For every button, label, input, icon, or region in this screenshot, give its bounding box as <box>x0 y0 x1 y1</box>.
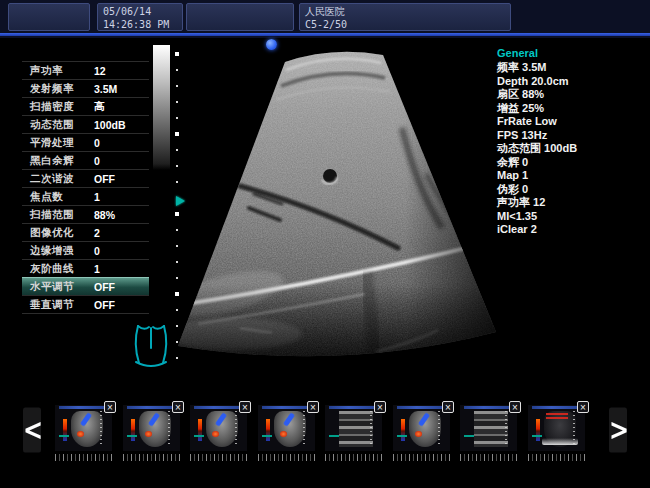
thumb-header-bar <box>194 406 243 409</box>
topbar-box-empty-1 <box>8 3 90 31</box>
info-framerate: FrRate Low <box>497 115 647 129</box>
param-value: 1 <box>94 263 100 275</box>
param-row-scan-density[interactable]: 扫描密度 高 <box>22 98 149 116</box>
param-row-smoothing[interactable]: 平滑处理 0 <box>22 134 149 152</box>
param-row-harmonics[interactable]: 二次谐波 OFF <box>22 170 149 188</box>
param-row-vertical-adjust[interactable]: 垂直调节 OFF <box>22 296 149 314</box>
top-bar: 05/06/14 14:26:38 PM 人民医院 C5-2/50 <box>0 0 650 38</box>
thumb-header-bar <box>329 406 378 409</box>
scroll-right-button[interactable]: > <box>609 408 627 453</box>
thumb-focus-tick <box>329 435 339 437</box>
thumb-doppler-red <box>212 431 219 437</box>
close-thumbnail-button[interactable]: × <box>577 401 589 413</box>
param-row-image-optimize[interactable]: 图像优化 2 <box>22 224 149 242</box>
param-row-scan-range[interactable]: 扫描范围 88% <box>22 206 149 224</box>
thumbnail-7[interactable]: × <box>460 405 517 451</box>
info-frequency: 频率 3.5M <box>497 61 647 75</box>
thumb-annotation <box>546 413 568 421</box>
param-row-edge-enhance[interactable]: 边缘增强 0 <box>22 242 149 260</box>
param-label: 二次谐波 <box>30 172 94 186</box>
close-thumbnail-button[interactable]: × <box>239 401 251 413</box>
image-info-panel: General 频率 3.5M Depth 20.0cm 扇区 88% 增益 2… <box>497 47 647 237</box>
param-value: 12 <box>94 65 106 77</box>
info-depth: Depth 20.0cm <box>497 75 647 89</box>
thumb-colorbar <box>266 419 270 441</box>
param-row-gray-curve[interactable]: 灰阶曲线 1 <box>22 260 149 278</box>
body-marker-icon <box>128 318 174 370</box>
close-thumbnail-button[interactable]: × <box>509 401 521 413</box>
thumb-image <box>474 411 508 447</box>
thumb-colorbar <box>401 419 405 441</box>
probe-orientation-marker-icon <box>266 39 277 50</box>
param-row-bw-persistence[interactable]: 黑白余辉 0 <box>22 152 149 170</box>
param-row-acoustic-power[interactable]: 声功率 12 <box>22 62 149 80</box>
ultrasound-image <box>170 36 505 381</box>
thumb-focus-tick <box>59 435 69 437</box>
thumb-caption-text <box>190 454 247 461</box>
thumbnail-strip: < × × × <box>0 398 650 473</box>
thumb-focus-tick <box>397 435 407 437</box>
info-map: Map 1 <box>497 169 647 183</box>
close-thumbnail-button[interactable]: × <box>374 401 386 413</box>
info-mi: MI<1.35 <box>497 210 647 224</box>
param-label: 声功率 <box>30 64 94 78</box>
param-value: OFF <box>94 281 115 293</box>
thumb-param-text <box>100 411 102 445</box>
thumb-param-text <box>168 411 170 445</box>
thumb-param-text <box>573 411 575 445</box>
param-row-focus-count[interactable]: 焦点数 1 <box>22 188 149 206</box>
info-acoustic-power: 声功率 12 <box>497 196 647 210</box>
close-thumbnail-button[interactable]: × <box>442 401 454 413</box>
thumbnail-2[interactable]: × <box>123 405 180 451</box>
date-text: 05/06/14 <box>103 5 151 18</box>
info-dynamic-range: 动态范围 100dB <box>497 142 647 156</box>
thumb-doppler-red <box>415 431 422 437</box>
thumb-caption-text <box>123 454 180 461</box>
thumbnail-4[interactable]: × <box>258 405 315 451</box>
thumb-focus-tick <box>194 435 204 437</box>
close-thumbnail-button[interactable]: × <box>172 401 184 413</box>
param-label: 边缘增强 <box>30 244 94 258</box>
thumb-doppler-red <box>280 431 287 437</box>
info-pseudocolor: 伪彩 0 <box>497 183 647 197</box>
thumb-colorbar <box>131 419 135 441</box>
param-value: 高 <box>94 100 105 114</box>
thumb-param-text <box>438 411 440 445</box>
thumb-header-bar <box>532 406 581 409</box>
param-label: 水平调节 <box>30 280 94 294</box>
grayscale-bar <box>153 45 170 170</box>
thumbnail-6[interactable]: × <box>393 405 450 451</box>
thumbnail-1[interactable]: × <box>55 405 112 451</box>
close-thumbnail-button[interactable]: × <box>307 401 319 413</box>
parameter-panel: 声功率 12 发射频率 3.5M 扫描密度 高 动态范围 100dB 平滑处理 … <box>22 61 149 314</box>
close-thumbnail-button[interactable]: × <box>104 401 116 413</box>
thumb-colorbar <box>198 419 202 441</box>
thumbnail-5[interactable]: × <box>325 405 382 451</box>
thumb-param-text <box>303 411 305 445</box>
param-row-horizontal-adjust-selected[interactable]: 水平调节 OFF <box>22 277 149 296</box>
param-value: 0 <box>94 155 100 167</box>
info-sector: 扇区 88% <box>497 88 647 102</box>
thumb-focus-tick <box>464 435 474 437</box>
ultrasound-sector-graphic <box>170 36 505 381</box>
thumb-doppler-red <box>77 431 84 437</box>
param-value: 2 <box>94 227 100 239</box>
param-row-tx-frequency[interactable]: 发射频率 3.5M <box>22 80 149 98</box>
thumb-caption-text <box>393 454 450 461</box>
thumb-header-bar <box>262 406 311 409</box>
thumbnail-8[interactable]: × <box>528 405 585 451</box>
topbar-datetime-box: 05/06/14 14:26:38 PM <box>97 3 183 31</box>
thumb-caption-text <box>325 454 382 461</box>
thumb-focus-tick <box>532 435 542 437</box>
thumb-header-bar <box>59 406 108 409</box>
thumbnail-3[interactable]: × <box>190 405 247 451</box>
info-fps: FPS 13Hz <box>497 129 647 143</box>
thumb-header-bar <box>127 406 176 409</box>
thumb-caption-text <box>528 454 585 461</box>
param-value: OFF <box>94 299 115 311</box>
param-row-dynamic-range[interactable]: 动态范围 100dB <box>22 116 149 134</box>
param-value: OFF <box>94 173 115 185</box>
scroll-left-button[interactable]: < <box>23 408 41 453</box>
param-label: 扫描范围 <box>30 208 94 222</box>
param-value: 1 <box>94 191 100 203</box>
